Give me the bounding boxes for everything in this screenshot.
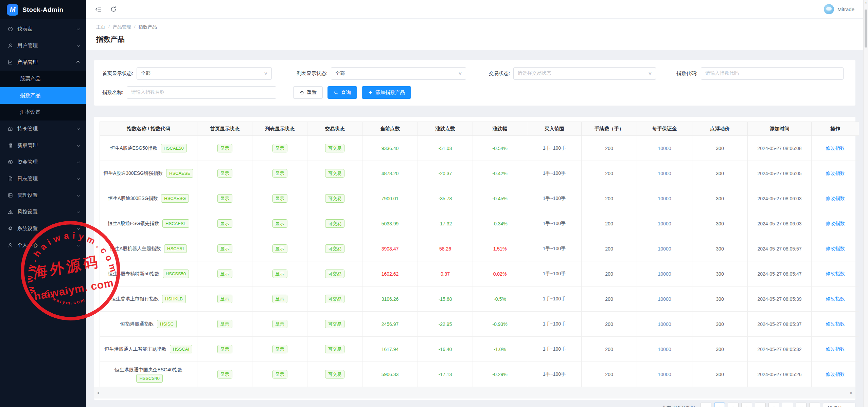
- sidebar-item-产品管理[interactable]: 产品管理: [0, 54, 86, 71]
- funds-icon: [7, 159, 13, 165]
- dashboard-icon: [7, 26, 13, 32]
- sidebar-item-label: 个人中心: [17, 242, 77, 248]
- change-points: 0.37: [441, 271, 450, 277]
- edit-index-link[interactable]: 修改指数: [826, 196, 845, 201]
- sidebar-item-个人中心[interactable]: 个人中心: [0, 237, 86, 254]
- change-percent: -0.34%: [492, 221, 507, 226]
- index-code-badge: HSCAESG: [161, 194, 189, 203]
- chevron-down-icon: [77, 210, 80, 213]
- collapse-menu-icon[interactable]: [95, 5, 102, 13]
- page-size-select[interactable]: 10 条/页 ∨: [823, 403, 855, 407]
- list-display-badge: 显示: [272, 144, 287, 153]
- list-display-badge: 显示: [272, 345, 287, 354]
- chevron-down-icon: [77, 177, 80, 180]
- index-code-input[interactable]: 请输入指数代码: [701, 67, 844, 80]
- page-button-2[interactable]: 2: [728, 403, 739, 407]
- table-row: 恒生A股通ESG50指数 HSCAE50显示显示可交易9336.40-51.03…: [100, 136, 859, 161]
- sidebar-item-资金管理[interactable]: 资金管理: [0, 154, 86, 170]
- sidebar-item-持仓管理[interactable]: 持仓管理: [0, 121, 86, 137]
- sidebar-item-label: 仪表盘: [17, 26, 77, 32]
- index-name: 恒生A股专精特新50指数: [108, 271, 159, 276]
- user-name[interactable]: Mitrade: [837, 6, 854, 12]
- home-display-badge: 显示: [217, 345, 232, 354]
- scroll-right-arrow-icon[interactable]: ►: [850, 391, 853, 395]
- current-points: 5906.33: [382, 372, 399, 377]
- edit-index-link[interactable]: 修改指数: [826, 296, 845, 301]
- change-points: -51.03: [439, 146, 452, 151]
- app-logo[interactable]: M Stock-Admin: [0, 0, 86, 19]
- search-button[interactable]: 查询: [327, 86, 357, 99]
- edit-index-link[interactable]: 修改指数: [826, 246, 845, 251]
- column-header: 首页显示状态: [197, 122, 252, 136]
- edit-index-link[interactable]: 修改指数: [826, 346, 845, 352]
- margin-per-lot: 10000: [658, 347, 671, 352]
- margin-per-lot: 10000: [658, 196, 671, 201]
- page-button-5[interactable]: 5: [768, 403, 779, 407]
- sidebar-subitem-指数产品[interactable]: 指数产品: [0, 87, 86, 104]
- pagination: 共有 419 条数据 ‹12345•••42› 10 条/页 ∨: [94, 403, 855, 407]
- sidebar-subitem-股票产品[interactable]: 股票产品: [0, 71, 86, 87]
- next-page-button[interactable]: ›: [809, 403, 820, 407]
- prev-page-button[interactable]: ‹: [701, 403, 711, 407]
- edit-index-link[interactable]: 修改指数: [826, 145, 845, 151]
- pagination-total: 共有 419 条数据: [662, 405, 695, 407]
- pagination-buttons: ‹12345•••42›: [701, 403, 820, 407]
- edit-index-link[interactable]: 修改指数: [826, 371, 845, 377]
- sidebar-subitem-汇率设置[interactable]: 汇率设置: [0, 104, 86, 121]
- list-display-badge: 显示: [272, 194, 287, 203]
- edit-index-link[interactable]: 修改指数: [826, 170, 845, 176]
- table-row: 恒生A股专精特新50指数 HSCSS50显示显示可交易1602.620.370.…: [100, 261, 859, 286]
- refresh-icon[interactable]: [110, 5, 117, 13]
- sidebar-item-管理设置[interactable]: 管理设置: [0, 187, 86, 204]
- sidebar-item-仪表盘[interactable]: 仪表盘: [0, 21, 86, 37]
- change-points: -22.95: [439, 321, 452, 327]
- reset-button[interactable]: 重置: [293, 86, 323, 99]
- column-header: 添加时间: [748, 122, 812, 136]
- index-name: 恒生香港上市银行指数: [111, 296, 159, 301]
- change-points: 58.26: [439, 246, 451, 252]
- index-code-badge: HSCARI: [164, 244, 187, 253]
- list-status-select[interactable]: 全部 ∨: [331, 67, 466, 80]
- scroll-left-arrow-icon[interactable]: ◄: [96, 391, 100, 395]
- change-percent: -1.0%: [494, 347, 506, 352]
- system-settings-icon: [7, 226, 13, 232]
- sidebar-item-label: 新股管理: [17, 142, 77, 149]
- list-display-badge: 显示: [272, 295, 287, 303]
- home-display-badge: 显示: [217, 169, 232, 178]
- page-button-1[interactable]: 1: [714, 403, 725, 407]
- column-header: 指数名称 / 指数代码: [100, 122, 197, 136]
- page-button-42[interactable]: 42: [796, 403, 807, 407]
- page-ellipsis[interactable]: •••: [782, 403, 793, 407]
- sidebar-item-用户管理[interactable]: 用户管理: [0, 37, 86, 54]
- column-header: 当前点数: [362, 122, 418, 136]
- added-time: 2024-05-27 08:05:39: [758, 296, 802, 302]
- home-status-select[interactable]: 全部 ∨: [137, 67, 272, 80]
- breadcrumb-separator: /: [134, 24, 136, 30]
- user-avatar[interactable]: [824, 4, 834, 14]
- trade-status-badge: 可交易: [325, 270, 344, 278]
- buy-range: 1手~100手: [543, 170, 566, 176]
- buy-range: 1手~100手: [543, 145, 566, 151]
- sidebar-item-日志管理[interactable]: 日志管理: [0, 170, 86, 187]
- vertical-scrollbar[interactable]: ▲: [863, 0, 868, 407]
- horizontal-scrollbar[interactable]: ◄ ►: [94, 387, 855, 399]
- chevron-down-icon: ∨: [458, 71, 462, 76]
- add-index-product-button[interactable]: 添加指数产品: [362, 86, 411, 99]
- table-row: 恒生港股通人工智能主题指数 HSSCAI显示显示可交易1617.94-16.40…: [100, 337, 859, 362]
- scrollbar-thumb[interactable]: [865, 10, 867, 48]
- edit-index-link[interactable]: 修改指数: [826, 271, 845, 276]
- sidebar-item-系统设置[interactable]: 系统设置: [0, 220, 86, 237]
- index-name: 恒生A股通300ESG增强指数: [104, 170, 163, 176]
- breadcrumb-product-mgmt[interactable]: 产品管理: [113, 24, 131, 30]
- sidebar-item-风控设置[interactable]: 风控设置: [0, 204, 86, 220]
- edit-index-link[interactable]: 修改指数: [826, 221, 845, 226]
- breadcrumb-home[interactable]: 主页: [96, 24, 105, 30]
- index-name-input[interactable]: 请输入指数名称: [127, 86, 276, 99]
- scroll-up-arrow-icon[interactable]: ▲: [864, 1, 868, 4]
- change-percent: -0.42%: [492, 171, 507, 176]
- sidebar-item-新股管理[interactable]: 新股管理: [0, 137, 86, 154]
- edit-index-link[interactable]: 修改指数: [826, 321, 845, 327]
- page-button-3[interactable]: 3: [741, 403, 752, 407]
- trade-status-select[interactable]: 请选择交易状态 ∨: [513, 67, 656, 80]
- page-button-4[interactable]: 4: [755, 403, 766, 407]
